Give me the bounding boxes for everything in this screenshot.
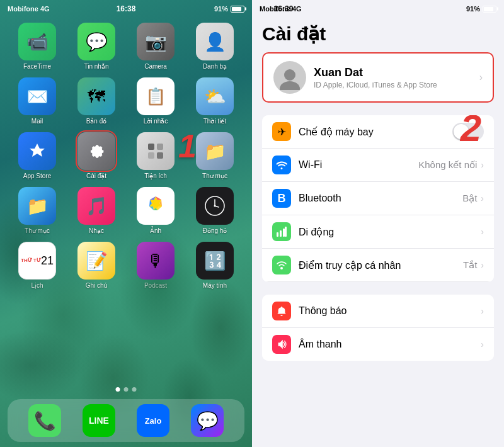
svg-rect-12 bbox=[280, 230, 282, 237]
app-calculator[interactable]: 🔢 Máy tính bbox=[190, 242, 239, 289]
row-sound[interactable]: Âm thanh › bbox=[262, 328, 494, 361]
right-battery-icon bbox=[483, 6, 496, 13]
row-airplane[interactable]: ✈ Chế độ máy bay bbox=[262, 115, 494, 149]
svg-rect-0 bbox=[148, 144, 154, 150]
photos-icon bbox=[137, 187, 175, 225]
app-folder2[interactable]: 📁 Thư mục bbox=[13, 187, 62, 234]
row-wifi[interactable]: Wi-Fi Không kết nối › bbox=[262, 149, 494, 182]
bluetooth-chevron: › bbox=[481, 193, 484, 203]
messenger-icon: 💬 bbox=[191, 404, 224, 437]
dock-phone[interactable]: 📞 bbox=[28, 404, 61, 437]
battery-icon bbox=[231, 6, 244, 13]
reminders-icon: 📋 bbox=[137, 77, 175, 115]
music-icon: 🎵 bbox=[77, 187, 115, 225]
app-weather[interactable]: ⛅ Thời tiết bbox=[190, 77, 239, 125]
svg-rect-2 bbox=[148, 152, 154, 159]
dock-zalo[interactable]: Zalo bbox=[137, 404, 169, 437]
app-appstore[interactable]: App Store bbox=[13, 132, 62, 179]
app-folder1[interactable]: 📁 Thư mục bbox=[190, 132, 239, 179]
folder2-label: Thư mục bbox=[25, 227, 50, 234]
page-dots bbox=[116, 387, 137, 392]
dock: 📞 LINE Zalo 💬 bbox=[8, 399, 244, 442]
app-grid-row5: THỨ TƯ 21 Lịch 📝 Ghi chú 🎙 Podcast 🔢 Máy… bbox=[0, 242, 252, 297]
dock-line[interactable]: LINE bbox=[83, 404, 115, 437]
settings-content: Xuan Dat ID Apple, iCloud, iTunes & App … bbox=[252, 52, 504, 447]
profile-info: Xuan Dat ID Apple, iCloud, iTunes & App … bbox=[314, 66, 472, 89]
maps-icon: 🗺 bbox=[77, 77, 115, 115]
profile-avatar bbox=[273, 61, 306, 94]
notes-icon: 📝 bbox=[77, 242, 115, 280]
row-airplane-label: Chế độ máy bay bbox=[299, 126, 452, 138]
weather-icon: ⛅ bbox=[196, 77, 234, 115]
row-wifi-label: Wi-Fi bbox=[299, 159, 418, 171]
svg-point-10 bbox=[280, 81, 300, 90]
row-notifications[interactable]: Thông báo › bbox=[262, 295, 494, 328]
weather-label: Thời tiết bbox=[203, 118, 226, 125]
clock-label: Đồng hồ bbox=[203, 227, 227, 234]
row-hotspot-value: Tắt bbox=[463, 259, 477, 271]
app-messages[interactable]: 💬 Tin nhắn bbox=[72, 23, 121, 70]
right-battery-pct: 91% bbox=[466, 5, 480, 13]
mail-icon: ✉️ bbox=[18, 77, 56, 115]
podcast-label: Podcast bbox=[144, 282, 167, 289]
svg-rect-13 bbox=[283, 229, 285, 237]
app-music[interactable]: 🎵 Nhạc bbox=[72, 187, 121, 234]
row-bluetooth-value: Bật bbox=[462, 193, 477, 204]
row-hotspot[interactable]: Điểm truy cập cá nhân Tắt › bbox=[262, 249, 494, 282]
app-calendar[interactable]: THỨ TƯ 21 Lịch bbox=[13, 242, 62, 289]
svg-rect-14 bbox=[285, 227, 287, 237]
app-notes[interactable]: 📝 Ghi chú bbox=[72, 242, 121, 289]
clock-icon bbox=[196, 187, 234, 225]
podcast-icon: 🎙 bbox=[137, 242, 175, 280]
reminders-label: Lời nhắc bbox=[144, 118, 168, 125]
folder2-icon: 📁 bbox=[18, 187, 56, 225]
app-camera[interactable]: 📷 Camera bbox=[131, 23, 180, 70]
app-facetime[interactable]: 📹 FaceTime bbox=[13, 23, 62, 70]
photos-label: Ảnh bbox=[150, 227, 161, 234]
left-phone-screen: Mobifone 4G 16:38 91% 📹 FaceTime 💬 Tin n… bbox=[0, 0, 252, 447]
app-grid-row2: ✉️ Mail 🗺 Bản đồ 📋 Lời nhắc ⛅ Thời tiết bbox=[0, 77, 252, 132]
svg-point-15 bbox=[280, 267, 283, 269]
svg-rect-1 bbox=[157, 144, 163, 150]
hotspot-icon bbox=[272, 256, 291, 274]
contacts-label: Danh bạ bbox=[203, 63, 227, 70]
row-cellular[interactable]: Di động › bbox=[262, 215, 494, 249]
right-status-bar: Mobifone 4G 16:39 91% bbox=[252, 0, 504, 18]
row-wifi-value: Không kết nối bbox=[418, 159, 477, 171]
profile-chevron: › bbox=[479, 72, 483, 83]
row-cellular-label: Di động bbox=[299, 226, 481, 238]
svg-rect-3 bbox=[157, 152, 163, 159]
profile-section[interactable]: Xuan Dat ID Apple, iCloud, iTunes & App … bbox=[262, 52, 494, 103]
cal-day-label: 21 bbox=[41, 255, 54, 266]
toggle-thumb bbox=[454, 124, 469, 139]
page-dot-1 bbox=[116, 387, 120, 392]
app-photos[interactable]: Ảnh bbox=[131, 187, 180, 234]
row-notifications-label: Thông báo bbox=[299, 305, 481, 317]
app-maps[interactable]: 🗺 Bản đồ bbox=[72, 77, 121, 125]
dock-messenger[interactable]: 💬 bbox=[191, 404, 224, 437]
app-utilities[interactable]: Tiện ích bbox=[131, 132, 180, 179]
messages-label: Tin nhắn bbox=[84, 63, 109, 70]
page-dot-3 bbox=[132, 387, 137, 392]
row-hotspot-label: Điểm truy cập cá nhân bbox=[299, 259, 463, 271]
profile-name: Xuan Dat bbox=[314, 66, 472, 79]
app-podcast[interactable]: 🎙 Podcast bbox=[131, 242, 180, 289]
app-reminders[interactable]: 📋 Lời nhắc bbox=[131, 77, 180, 125]
row-bluetooth[interactable]: B Bluetooth Bật › bbox=[262, 182, 494, 215]
app-grid-row3: App Store Cài đặt Tiện ích 📁 Thư mục 1 bbox=[0, 132, 252, 187]
settings-section-1: ✈ Chế độ máy bay Wi-Fi Không kết nối › bbox=[262, 115, 494, 282]
settings-icon bbox=[77, 132, 115, 170]
calendar-icon: THỨ TƯ 21 bbox=[18, 242, 56, 280]
bluetooth-icon: B bbox=[272, 189, 291, 208]
page-dot-2 bbox=[124, 387, 129, 392]
app-clock[interactable]: Đồng hồ bbox=[190, 187, 239, 234]
app-mail[interactable]: ✉️ Mail bbox=[13, 77, 62, 125]
notifications-icon bbox=[272, 302, 291, 320]
left-status-right: 91% bbox=[214, 5, 244, 13]
svg-rect-11 bbox=[277, 232, 278, 237]
line-icon: LINE bbox=[83, 404, 115, 437]
app-contacts[interactable]: 👤 Danh bạ bbox=[190, 23, 239, 70]
settings-header: Cài đặt bbox=[252, 18, 504, 52]
airplane-toggle[interactable] bbox=[452, 123, 484, 140]
app-settings[interactable]: Cài đặt bbox=[72, 132, 121, 179]
